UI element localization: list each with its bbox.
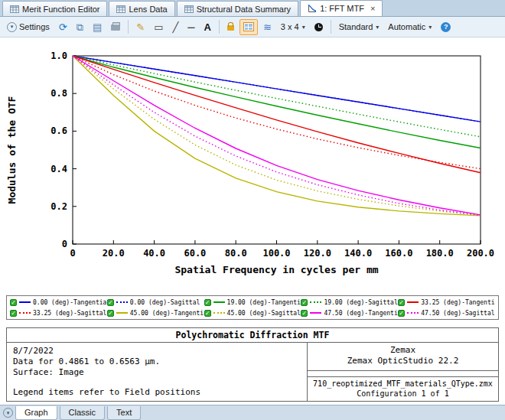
tab-graph[interactable]: Graph bbox=[15, 406, 57, 420]
spreadsheet-icon bbox=[116, 5, 125, 14]
automatic-dropdown[interactable]: Automatic▾ bbox=[384, 19, 435, 35]
legend-label: 47.50 (deg)-Sagittal bbox=[421, 310, 494, 317]
print-button[interactable] bbox=[107, 19, 124, 35]
legend-item[interactable]: ✓47.50 (deg)-Sagittal bbox=[398, 308, 495, 317]
lock-button[interactable] bbox=[223, 19, 238, 35]
layers-button[interactable]: ≋ bbox=[259, 19, 275, 35]
legend-line-sample bbox=[407, 301, 419, 303]
info-panel: Polychromatic Diffraction MTF 8/7/2022 D… bbox=[6, 327, 499, 402]
line-tool-icon: ─ bbox=[187, 22, 194, 32]
window-split-button[interactable] bbox=[239, 19, 258, 35]
legend-checkbox-icon[interactable]: ✓ bbox=[398, 310, 405, 317]
legend-checkbox-icon[interactable]: ✓ bbox=[107, 310, 114, 317]
y-tick-label: 1.0 bbox=[50, 50, 67, 61]
copy-graphic-button[interactable]: ▤ bbox=[89, 19, 106, 35]
line-arrow-tool-button[interactable]: ╱ bbox=[168, 19, 182, 35]
settings-button[interactable]: ▾Settings bbox=[3, 19, 54, 35]
chevron-down-circle-icon[interactable]: ▾ bbox=[3, 408, 13, 418]
analysis-content: 020.040.060.080.0100.0120.0140.0160.0180… bbox=[0, 37, 505, 405]
x-tick-label: 80.0 bbox=[225, 248, 247, 259]
x-tick-label: 100.0 bbox=[262, 248, 290, 259]
settings-button-label: Settings bbox=[19, 22, 50, 31]
legend-checkbox-icon[interactable]: ✓ bbox=[10, 299, 17, 306]
info-legend-note: Legend items refer to Field positions bbox=[13, 387, 301, 398]
legend-item[interactable]: ✓19.00 (deg)-Sagittal bbox=[301, 298, 398, 307]
chevron-down-icon: ▾ bbox=[376, 24, 379, 31]
y-tick-label: 0.8 bbox=[50, 88, 67, 99]
legend-label: 0.00 (deg)-Tangential bbox=[33, 299, 107, 306]
curve-chart-icon bbox=[308, 4, 317, 13]
info-file-box: 710_reoptimized_MTF_materials_QType.zmx … bbox=[308, 376, 498, 401]
refresh-button[interactable]: ⟳ bbox=[55, 19, 71, 35]
copy-button[interactable]: ⧉ bbox=[73, 19, 87, 35]
y-tick-label: 0 bbox=[62, 239, 67, 249]
legend-checkbox-icon[interactable]: ✓ bbox=[204, 310, 211, 317]
text-tool-button[interactable]: A bbox=[200, 19, 215, 35]
tab-classic[interactable]: Classic bbox=[60, 406, 105, 420]
legend-line-sample bbox=[19, 312, 31, 314]
x-tick-label: 20.0 bbox=[103, 248, 125, 259]
toolbar-separator bbox=[219, 20, 220, 34]
legend-box: ✓0.00 (deg)-Tangential✓0.00 (deg)-Sagitt… bbox=[6, 295, 499, 320]
legend-checkbox-icon[interactable]: ✓ bbox=[301, 299, 308, 306]
tab-lens-data[interactable]: Lens Data bbox=[109, 1, 174, 16]
legend-item[interactable]: ✓19.00 (deg)-Tangential bbox=[204, 298, 301, 307]
text-tool-icon: A bbox=[204, 22, 211, 32]
automatic-dropdown-label: Automatic bbox=[388, 22, 425, 31]
pencil-tool-button[interactable]: ✎ bbox=[132, 19, 148, 35]
line-arrow-tool-icon: ╱ bbox=[172, 22, 178, 32]
legend-label: 19.00 (deg)-Tangential bbox=[227, 299, 301, 306]
legend-checkbox-icon[interactable]: ✓ bbox=[301, 310, 308, 317]
tab-merit-function-editor[interactable]: Merit Function Editor bbox=[2, 1, 107, 16]
settings-icon: ▾ bbox=[7, 22, 17, 32]
info-configuration: Configuration 1 of 1 bbox=[308, 389, 498, 399]
help-icon: ? bbox=[441, 22, 451, 32]
legend-label: 45.00 (deg)-Sagittal bbox=[227, 310, 301, 317]
line-tool-button[interactable]: ─ bbox=[184, 19, 198, 35]
tab-structural-data-summary[interactable]: Structural Data Summary bbox=[177, 1, 298, 16]
legend-label: 19.00 (deg)-Sagittal bbox=[324, 299, 397, 306]
legend-item[interactable]: ✓0.00 (deg)-Sagittal bbox=[107, 298, 204, 307]
legend-checkbox-icon[interactable]: ✓ bbox=[204, 299, 211, 306]
rectangle-tool-button[interactable]: ▭ bbox=[150, 19, 167, 35]
legend-item[interactable]: ✓45.00 (deg)-Sagittal bbox=[204, 308, 301, 317]
refresh-icon: ⟳ bbox=[59, 22, 67, 32]
toolbar: ▾Settings⟳⧉▤✎▭╱─A≋3 x 4▾Standard▾Automat… bbox=[0, 17, 505, 37]
tab-label: Lens Data bbox=[129, 5, 167, 14]
toolbar-separator bbox=[331, 20, 331, 34]
legend-item[interactable]: ✓45.00 (deg)-Tangential bbox=[107, 308, 204, 317]
standard-dropdown[interactable]: Standard▾ bbox=[335, 19, 383, 35]
legend-item[interactable]: ✓33.25 (deg)-Sagittal bbox=[10, 308, 107, 317]
legend-item[interactable]: ✓47.50 (deg)-Tangential bbox=[301, 308, 398, 317]
auto-update-clock-icon bbox=[314, 23, 323, 31]
legend-checkbox-icon[interactable]: ✓ bbox=[398, 299, 405, 306]
info-date: 8/7/2022 bbox=[13, 346, 301, 357]
legend-line-sample bbox=[116, 301, 128, 303]
legend-item[interactable]: ✓0.00 (deg)-Tangential bbox=[10, 298, 107, 307]
x-axis-title: Spatial Frequency in cycles per mm bbox=[174, 264, 378, 275]
legend-grid: ✓0.00 (deg)-Tangential✓0.00 (deg)-Sagitt… bbox=[10, 298, 495, 317]
toolbar-separator bbox=[128, 20, 129, 34]
legend-line-sample bbox=[116, 312, 128, 314]
spreadsheet-icon bbox=[184, 5, 194, 14]
y-tick-label: 0.2 bbox=[50, 201, 67, 212]
mtf-plot: 020.040.060.080.0100.0120.0140.0160.0180… bbox=[0, 37, 505, 291]
legend-label: 33.25 (deg)-Sagittal bbox=[33, 310, 106, 317]
auto-update-clock-button[interactable] bbox=[311, 19, 327, 35]
legend-label: 0.00 (deg)-Sagittal bbox=[130, 299, 200, 306]
legend-label: 47.50 (deg)-Tangential bbox=[324, 310, 398, 317]
info-brand-box: Zemax Zemax OpticStudio 22.2 bbox=[308, 343, 498, 371]
window-split-icon bbox=[243, 22, 254, 31]
tab-label: Merit Function Editor bbox=[22, 5, 99, 14]
help-button[interactable]: ? bbox=[437, 19, 454, 35]
tab-text[interactable]: Text bbox=[107, 406, 141, 420]
info-brand-name: Zemax bbox=[308, 345, 498, 356]
tab-fft-mtf[interactable]: 1: FFT MTF × bbox=[300, 0, 383, 16]
close-tab-icon[interactable]: × bbox=[370, 4, 375, 13]
legend-line-sample bbox=[310, 312, 321, 314]
legend-item[interactable]: ✓33.25 (deg)-Tangential bbox=[398, 298, 495, 307]
legend-checkbox-icon[interactable]: ✓ bbox=[107, 299, 114, 306]
layers-icon: ≋ bbox=[263, 22, 272, 32]
legend-checkbox-icon[interactable]: ✓ bbox=[10, 310, 17, 317]
grid-size-dropdown[interactable]: 3 x 4▾ bbox=[277, 19, 309, 35]
